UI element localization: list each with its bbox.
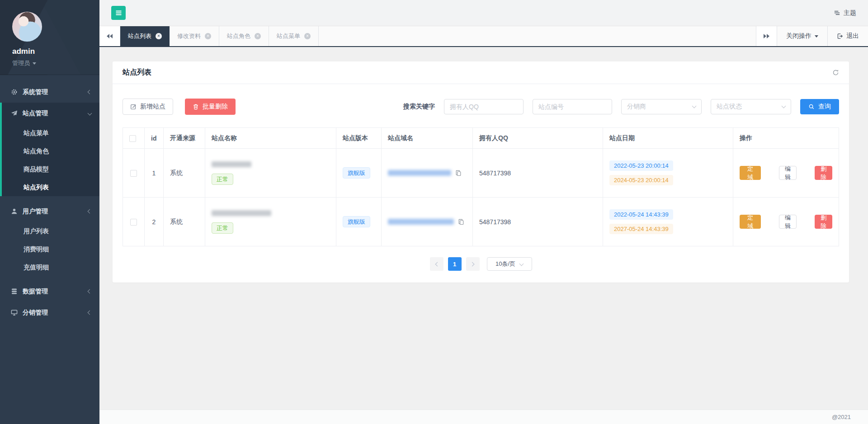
add-site-label: 新增站点 <box>140 103 165 111</box>
distributor-select[interactable]: 分销商 <box>621 99 702 114</box>
status-badge: 正常 <box>212 222 233 234</box>
close-operations-label: 关闭操作 <box>786 32 811 40</box>
cell-id: 1 <box>145 149 164 198</box>
sidebar-item-user-management[interactable]: 用户管理 <box>0 201 99 222</box>
close-operations-dropdown[interactable]: 关闭操作 <box>777 26 827 46</box>
tab-label: 修改资料 <box>177 32 201 40</box>
logout-button[interactable]: 退出 <box>827 26 868 46</box>
tab-label: 站点列表 <box>128 32 151 40</box>
tab-label: 站点菜单 <box>277 32 300 40</box>
double-arrow-right-icon <box>764 34 769 38</box>
sidebar-item-user-list[interactable]: 用户列表 <box>0 222 99 240</box>
refresh-button[interactable] <box>832 69 839 76</box>
theme-label: 主题 <box>844 9 856 17</box>
query-button[interactable]: 查询 <box>800 99 839 114</box>
tab-site-list[interactable]: 站点列表 × <box>120 26 170 46</box>
caret-down-icon <box>33 62 36 65</box>
page-size-value: 10条/页 <box>495 260 515 268</box>
blurred-domain-link[interactable] <box>388 219 454 225</box>
sidebar-item-label: 用户管理 <box>23 207 48 216</box>
tabs-scroll-left-button[interactable] <box>99 26 120 46</box>
col-domain: 站点域名 <box>382 128 473 149</box>
table-row: 1 系统 正常 旗舰版 <box>123 149 839 198</box>
site-status-select[interactable]: 站点状态 <box>711 99 791 114</box>
tab-site-role[interactable]: 站点角色 × <box>219 26 269 46</box>
logout-icon <box>837 33 843 39</box>
search-bar: 搜索关键字 分销商 站点状态 <box>403 99 839 114</box>
theme-switcher[interactable]: 主题 <box>834 9 856 17</box>
select-all-checkbox[interactable] <box>129 135 136 142</box>
batch-delete-label: 批量删除 <box>203 103 228 111</box>
sidebar-item-site-list[interactable]: 站点列表 <box>2 178 99 196</box>
copyright-text: @2021 <box>832 414 851 420</box>
distributor-placeholder: 分销商 <box>627 103 646 111</box>
page-title: 站点列表 <box>123 68 151 77</box>
copy-icon[interactable] <box>455 170 462 176</box>
sidebar-item-recharge-detail[interactable]: 充值明细 <box>0 258 99 276</box>
sidebar-group-site-management: 站点管理 站点菜单 站点角色 商品模型 站点列表 <box>0 103 99 196</box>
site-number-input[interactable] <box>533 99 612 114</box>
cell-owner-qq: 548717398 <box>473 198 603 246</box>
row-checkbox[interactable] <box>130 170 137 177</box>
col-date: 站点日期 <box>603 128 733 149</box>
edit-button[interactable]: 编辑 <box>779 166 797 180</box>
close-icon[interactable]: × <box>205 33 211 39</box>
delete-button[interactable]: 删除 <box>815 166 832 180</box>
chevron-down-icon <box>692 104 697 108</box>
current-page[interactable]: 1 <box>448 257 462 271</box>
sidebar-toggle-button[interactable] <box>111 6 126 20</box>
close-icon[interactable]: × <box>255 33 261 39</box>
search-icon <box>808 104 815 110</box>
sidebar-item-distribution-management[interactable]: 分销管理 <box>0 302 99 323</box>
sidebar-item-site-management[interactable]: 站点管理 <box>2 103 99 124</box>
close-icon[interactable]: × <box>304 33 311 39</box>
prev-page-button[interactable] <box>430 257 443 271</box>
bind-domain-button[interactable]: 绑定域名 <box>740 215 761 229</box>
sidebar-submenu-site: 站点菜单 站点角色 商品模型 站点列表 <box>2 124 99 196</box>
profile-section: admin 管理员 <box>0 0 99 75</box>
bind-domain-button[interactable]: 绑定域名 <box>740 166 761 180</box>
sidebar-item-label: 站点管理 <box>23 109 48 118</box>
sidebar-item-consume-detail[interactable]: 消费明细 <box>0 240 99 258</box>
tab-label: 站点角色 <box>227 32 250 40</box>
delete-button[interactable]: 删除 <box>815 215 832 229</box>
sidebar-item-system-management[interactable]: 系统管理 <box>0 81 99 103</box>
next-page-button[interactable] <box>466 257 480 271</box>
monitor-icon <box>10 309 18 316</box>
cell-source: 系统 <box>164 198 205 246</box>
database-icon <box>10 288 18 295</box>
sidebar-item-site-role[interactable]: 站点角色 <box>2 142 99 160</box>
sidebar-item-label: 系统管理 <box>23 88 48 96</box>
tab-edit-profile[interactable]: 修改资料 × <box>170 26 219 46</box>
caret-down-icon <box>815 35 818 38</box>
cell-source: 系统 <box>164 149 205 198</box>
table-row: 2 系统 正常 旗舰版 <box>123 198 839 246</box>
batch-delete-button[interactable]: 批量删除 <box>185 99 236 115</box>
close-icon[interactable]: × <box>156 33 162 39</box>
version-badge: 旗舰版 <box>343 216 370 227</box>
logout-label: 退出 <box>846 32 859 40</box>
cell-id: 2 <box>145 198 164 246</box>
sidebar-item-site-menu[interactable]: 站点菜单 <box>2 124 99 142</box>
add-site-button[interactable]: 新增站点 <box>123 99 173 115</box>
status-badge: 正常 <box>212 174 233 185</box>
tabs-scroll-right-button[interactable] <box>756 26 777 46</box>
panel-header: 站点列表 <box>113 61 849 84</box>
edit-button[interactable]: 编辑 <box>779 215 797 229</box>
blurred-site-name <box>212 210 271 216</box>
user-icon <box>10 208 18 215</box>
tab-site-menu[interactable]: 站点菜单 × <box>269 26 319 46</box>
row-checkbox[interactable] <box>130 219 137 226</box>
sidebar-item-data-management[interactable]: 数据管理 <box>0 281 99 302</box>
chevron-left-icon <box>88 311 92 315</box>
theme-icon <box>834 9 840 16</box>
role-dropdown[interactable]: 管理员 <box>12 59 99 67</box>
page-size-select[interactable]: 10条/页 <box>487 257 532 271</box>
blurred-domain-link[interactable] <box>388 170 451 176</box>
copy-icon[interactable] <box>458 219 464 225</box>
owner-qq-input[interactable] <box>444 99 524 114</box>
query-label: 查询 <box>818 103 831 111</box>
col-actions: 操作 <box>733 128 839 149</box>
chevron-left-icon <box>88 90 92 94</box>
sidebar-item-product-model[interactable]: 商品模型 <box>2 160 99 178</box>
